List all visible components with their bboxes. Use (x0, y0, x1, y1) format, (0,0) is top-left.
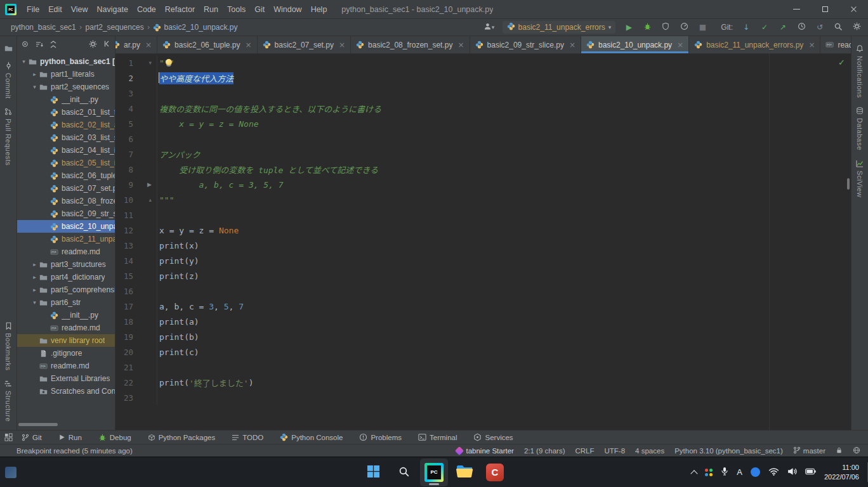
code-text[interactable]: 受け取り側の変数を tuple として並べて記述できる (157, 162, 378, 177)
tab-close-icon[interactable]: × (569, 41, 575, 49)
gutter-arrow-icon[interactable]: ▶ (147, 181, 152, 188)
toolwindow-button-git[interactable]: Git (22, 434, 42, 441)
line-number[interactable]: 10 (115, 195, 133, 205)
taskbar-c-app-button[interactable]: C (481, 458, 509, 486)
rollback-button[interactable]: ↺ (813, 21, 826, 34)
editor-tab[interactable]: basic2_10_unpack.py× (581, 36, 689, 53)
tool-stripe-button-notifications[interactable]: Notifications (856, 40, 864, 102)
editor-tab[interactable]: ar.py× (115, 36, 157, 53)
tree-item[interactable]: basic2_09_str_slice.py (17, 207, 115, 220)
code-text[interactable]: print(z) (157, 268, 199, 283)
line-number[interactable]: 22 (115, 378, 133, 387)
line-number[interactable]: 13 (115, 241, 133, 250)
code-text[interactable]: """ (157, 192, 174, 207)
tree-item[interactable]: venv library root (17, 334, 115, 347)
tree-item[interactable]: ▾part2_sequences (17, 81, 115, 93)
code-text[interactable]: x = y = z = None (157, 223, 239, 238)
code-text[interactable] (157, 283, 159, 299)
line-number[interactable]: 16 (115, 287, 133, 296)
line-number[interactable]: 11 (115, 211, 133, 220)
chevron-right-icon[interactable]: ▸ (31, 274, 38, 280)
volume-icon[interactable] (787, 467, 797, 477)
code-text[interactable]: print('終了しました') (157, 375, 253, 390)
taskbar-explorer-button[interactable] (450, 458, 478, 486)
tree-item[interactable]: External Libraries (17, 372, 115, 385)
tree-item[interactable]: ▸part1_literals (17, 68, 115, 81)
tool-stripe-button-structure[interactable]: Structure (4, 375, 12, 426)
intention-bulb-icon[interactable] (166, 59, 172, 65)
menu-item-run[interactable]: Run (199, 0, 223, 18)
code-text[interactable]: """ (157, 55, 174, 70)
tree-item[interactable]: readme.md (17, 245, 115, 258)
toolwindow-button-todo[interactable]: TODO (232, 434, 263, 441)
tree-item[interactable]: .gitignore (17, 347, 115, 360)
line-number[interactable]: 1 (115, 58, 133, 68)
tray-blue-dot-icon[interactable] (751, 467, 760, 477)
menu-item-code[interactable]: Code (133, 0, 161, 18)
tab-close-icon[interactable]: × (457, 41, 464, 49)
menu-item-help[interactable]: Help (306, 0, 332, 18)
code-text[interactable]: print(x) (157, 238, 199, 253)
line-number[interactable]: 15 (115, 271, 133, 281)
panel-settings-gear-icon[interactable] (89, 40, 97, 50)
tree-item[interactable]: Scratches and Consoles (17, 385, 115, 398)
maximize-button[interactable] (811, 0, 839, 18)
tree-item[interactable]: basic2_05_list_in_list_v (17, 157, 115, 169)
line-number[interactable]: 9 (115, 180, 133, 190)
battery-icon[interactable] (805, 468, 816, 477)
tool-stripe-button-pull-requests[interactable]: Pull Requests (4, 103, 12, 170)
line-number[interactable]: 8 (115, 165, 133, 174)
git-commit-button[interactable]: ✓ (758, 21, 771, 34)
tab-close-icon[interactable]: × (677, 41, 683, 49)
editor-tab[interactable]: basic2_09_str_slice.py× (470, 36, 581, 53)
code-text[interactable]: print(a) (157, 314, 199, 329)
file-encoding[interactable]: UTF-8 (605, 447, 626, 455)
chevron-down-icon[interactable]: ▾ (31, 299, 38, 306)
line-number[interactable]: 4 (115, 104, 133, 114)
tree-item[interactable]: basic2_11_unpack_erro (17, 233, 115, 245)
line-number[interactable]: 19 (115, 332, 133, 342)
taskbar-pycharm-button[interactable]: PC (420, 458, 448, 486)
toolwindow-button-run[interactable]: Run (58, 434, 82, 441)
code-text[interactable] (157, 360, 159, 375)
stripe-toggle-icon[interactable] (4, 433, 13, 443)
widgets-icon[interactable] (5, 467, 16, 478)
code-text[interactable]: アンパック (157, 146, 200, 162)
tab-close-icon[interactable]: × (145, 41, 152, 49)
line-number[interactable]: 3 (115, 89, 133, 98)
code-text[interactable]: print(b) (157, 329, 199, 344)
tray-colorful-icon[interactable] (705, 469, 713, 476)
fold-down-icon[interactable]: ▾ (148, 60, 152, 66)
tree-item[interactable]: basic2_07_set.py (17, 182, 115, 195)
tree-item[interactable]: ▸part5_comprehension (17, 283, 115, 296)
code-text[interactable]: やや高度な代入方法 (157, 70, 233, 86)
tree-item[interactable]: readme.md (17, 321, 115, 334)
tree-item[interactable]: basic2_01_list_for.py (17, 106, 115, 119)
tab-close-icon[interactable]: × (246, 41, 252, 49)
taskbar-search-button[interactable] (390, 458, 418, 486)
code-text[interactable]: a, b, c = 3, 5, 7 (157, 177, 284, 192)
fold-up-icon[interactable]: ▴ (148, 197, 152, 203)
debug-button[interactable] (641, 21, 654, 34)
interpreter[interactable]: Python 3.10 (python_basic_sec1) (674, 447, 783, 455)
indent-setting[interactable]: 4 spaces (635, 447, 664, 455)
search-everywhere-button[interactable] (832, 21, 845, 34)
run-configuration-select[interactable]: basic2_11_unpack_errors ▾ (503, 21, 616, 34)
run-button[interactable]: ▶ (622, 21, 635, 34)
start-button[interactable] (359, 458, 387, 486)
code-text[interactable]: print(c) (157, 344, 199, 360)
menu-item-navigate[interactable]: Navigate (93, 0, 133, 18)
tree-item[interactable]: readme.md (17, 360, 115, 372)
tree-item[interactable]: ▸part4_dictionary (17, 271, 115, 283)
editor-tab[interactable]: basic2_07_set.py× (258, 36, 351, 53)
line-number[interactable]: 14 (115, 256, 133, 266)
chevron-down-icon[interactable]: ▾ (31, 84, 38, 90)
inspection-status-icon[interactable]: ✓ (838, 58, 845, 67)
tree-item[interactable]: basic2_10_unpack.py (17, 220, 115, 233)
wifi-icon[interactable] (768, 467, 779, 477)
line-number[interactable]: 12 (115, 226, 133, 235)
profiler-button[interactable] (678, 21, 690, 34)
line-number[interactable]: 17 (115, 302, 133, 311)
breadcrumb-item[interactable]: python_basic_sec1 (9, 23, 78, 32)
tree-item[interactable]: __init__.py (17, 309, 115, 321)
